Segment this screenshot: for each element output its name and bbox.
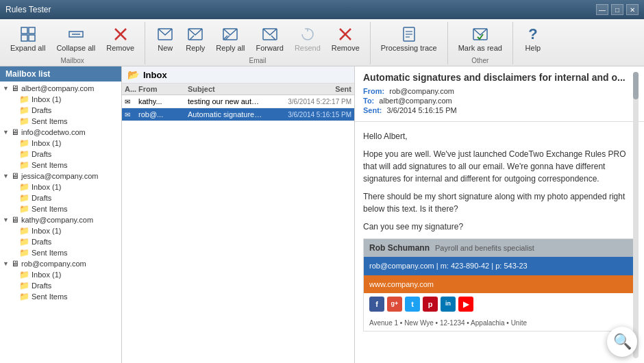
help-button[interactable]: ? Help	[519, 22, 547, 55]
mailbox-group-label: Mailbox	[60, 57, 84, 64]
expand-all-label: Expand all	[10, 44, 45, 52]
tree-sub-albert: 📁 Inbox (1) 📁 Drafts 📁 Sent Items	[0, 94, 121, 127]
reply-all-button[interactable]: Reply all	[211, 22, 249, 55]
email-item-1[interactable]: ✉ kathy... testing our new autoresponder…	[122, 95, 354, 108]
email-from-2: rob@...	[138, 110, 188, 118]
email-item-2[interactable]: ✉ rob@... Automatic signatures and d... …	[122, 108, 354, 121]
search-button[interactable]: 🔍	[607, 327, 637, 357]
right-panel: Automatic signatures and disclaimers for…	[355, 66, 644, 363]
tree-inbox-kathy[interactable]: 📁 Inbox (1)	[16, 225, 121, 236]
tree-drafts-albert[interactable]: 📁 Drafts	[16, 105, 121, 116]
close-button[interactable]: ✕	[626, 4, 639, 15]
tree-account-albert[interactable]: ▼ 🖥 albert@company.com	[0, 83, 121, 94]
account-label-info: info@codetwo.com	[21, 128, 86, 136]
sig-email: rob@company.com | m: 423-890-42 | p: 543…	[369, 262, 528, 270]
sig-web-bar: www.company.com	[364, 275, 635, 294]
toolbar-group-mailbox: Expand all Collapse all Remove Mailbox	[0, 22, 145, 64]
middle-panel: 📂 Inbox A... From Subject Sent ✉ kathy..…	[122, 66, 355, 363]
reply-all-icon	[221, 25, 240, 44]
titlebar-controls: — □ ✕	[596, 4, 639, 15]
expand-all-button[interactable]: Expand all	[5, 22, 50, 55]
email-subject-1: testing our new autoresponder	[188, 97, 262, 105]
col-header-a: A...	[125, 85, 138, 93]
tree-drafts-rob[interactable]: 📁 Drafts	[16, 280, 121, 291]
collapse-all-icon	[66, 25, 86, 44]
tree-sent-kathy[interactable]: 📁 Sent Items	[16, 247, 121, 258]
tree-sent-rob[interactable]: 📁 Sent Items	[16, 291, 121, 302]
sig-social-bar: f g+ t p in ▶	[364, 293, 635, 315]
resend-button[interactable]: Resend	[290, 22, 325, 55]
tree-account-info[interactable]: ▼ 🖥 info@codetwo.com	[0, 127, 121, 138]
tree-inbox-albert[interactable]: 📁 Inbox (1)	[16, 94, 121, 105]
email-sent-2: 3/6/2014 5:16:15 PM	[262, 111, 351, 118]
mark-as-read-label: Mark as read	[458, 44, 502, 52]
new-email-button[interactable]: New	[151, 22, 179, 55]
remove-email-button[interactable]: Remove	[327, 22, 364, 55]
reply-button[interactable]: Reply	[181, 22, 210, 55]
tree-drafts-info[interactable]: 📁 Drafts	[16, 149, 121, 160]
sent-label-albert: Sent Items	[32, 117, 68, 125]
tree-account-kathy[interactable]: ▼ 🖥 kathy@company.com	[0, 214, 121, 225]
scroll-indicator[interactable]	[633, 72, 639, 358]
sent-icon: 📁	[19, 116, 29, 126]
inbox-title: Inbox	[143, 70, 167, 80]
email-flag-2: ✉	[125, 111, 138, 118]
mailbox-list-header: Mailbox list	[0, 66, 121, 82]
new-email-icon	[156, 25, 175, 44]
email-flag-1: ✉	[125, 98, 138, 105]
sent-value: 3/6/2014 5:16:15 PM	[387, 106, 457, 114]
linkedin-icon[interactable]: in	[441, 297, 456, 312]
facebook-icon[interactable]: f	[369, 297, 384, 312]
remove-mailbox-button[interactable]: Remove	[101, 22, 139, 55]
drafts-icon: 📁	[19, 105, 29, 115]
email-meta-to: To: albert@company.com	[363, 97, 636, 105]
col-header-from: From	[138, 85, 188, 93]
tree-drafts-kathy[interactable]: 📁 Drafts	[16, 236, 121, 247]
svg-rect-3	[29, 35, 35, 41]
email-body: Hello Albert, Hope you are well. We've j…	[355, 122, 644, 363]
remove-mailbox-icon	[111, 25, 130, 44]
tree-expand-icon-info: ▼	[3, 129, 11, 136]
account-label: albert@company.com	[21, 84, 94, 92]
tree-account-jessica[interactable]: ▼ 🖥 jessica@company.com	[0, 171, 121, 182]
collapse-all-button[interactable]: Collapse all	[51, 22, 100, 55]
col-header-sent: Sent	[262, 85, 351, 93]
processing-trace-button[interactable]: Processing trace	[376, 22, 442, 55]
resend-label: Resend	[295, 44, 321, 52]
minimize-button[interactable]: —	[596, 4, 608, 15]
account-icon-info: 🖥	[11, 127, 19, 137]
tree-sent-albert[interactable]: 📁 Sent Items	[16, 116, 121, 127]
inbox-icon: 📁	[19, 95, 29, 104]
mark-as-read-button[interactable]: Mark as read	[454, 22, 507, 55]
sig-address: Avenue 1 • New Wye • 12-1234 • Appalachi…	[364, 315, 635, 331]
tree-sent-info[interactable]: 📁 Sent Items	[16, 160, 121, 171]
tree-sent-jessica[interactable]: 📁 Sent Items	[16, 203, 121, 214]
email-group-label: Email	[249, 57, 266, 64]
tree-drafts-jessica[interactable]: 📁 Drafts	[16, 192, 121, 203]
processing-trace-label: Processing trace	[381, 44, 437, 52]
youtube-icon[interactable]: ▶	[458, 297, 473, 312]
email-sent-1: 3/6/2014 5:22:17 PM	[262, 98, 351, 105]
left-panel: Mailbox list ▼ 🖥 albert@company.com 📁 In…	[0, 66, 122, 363]
pinterest-icon[interactable]: p	[423, 297, 438, 312]
expand-all-icon	[18, 25, 38, 44]
inbox-label-albert: Inbox (1)	[32, 95, 61, 103]
tree-inbox-info[interactable]: 📁 Inbox (1)	[16, 138, 121, 149]
processing-trace-icon	[399, 25, 419, 44]
titlebar: Rules Tester — □ ✕	[0, 0, 644, 19]
email-list-header: A... From Subject Sent	[122, 84, 354, 95]
forward-label: Forward	[256, 44, 284, 52]
email-preview-header: Automatic signatures and disclaimers for…	[355, 66, 644, 122]
maximize-button[interactable]: □	[611, 4, 623, 15]
email-body-2: There should be my short signature along…	[363, 190, 636, 215]
tree-inbox-rob[interactable]: 📁 Inbox (1)	[16, 269, 121, 280]
twitter-icon[interactable]: t	[405, 297, 420, 312]
tree-account-rob[interactable]: ▼ 🖥 rob@company.com	[0, 258, 121, 269]
sig-web: www.company.com	[369, 280, 434, 288]
email-greeting: Hello Albert,	[363, 130, 636, 142]
forward-button[interactable]: Forward	[251, 22, 288, 55]
google-plus-icon[interactable]: g+	[387, 297, 402, 312]
toolbar-group-help: ? Help	[513, 22, 553, 64]
toolbar: Expand all Collapse all Remove Mailbox	[0, 19, 644, 66]
tree-inbox-jessica[interactable]: 📁 Inbox (1)	[16, 182, 121, 192]
